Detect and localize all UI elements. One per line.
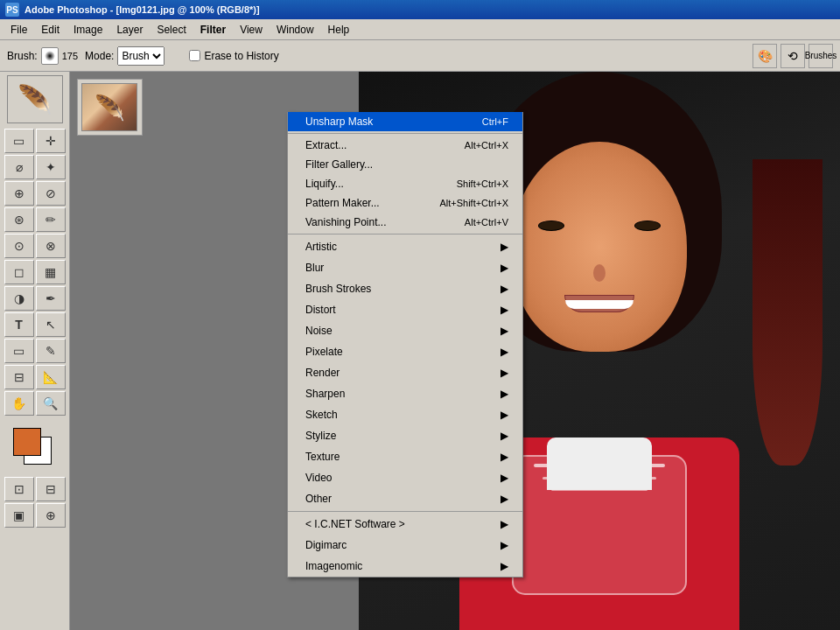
- tool-row-9: ▭ ✎: [4, 339, 66, 363]
- noise-label: Noise: [305, 325, 332, 337]
- filter-vanishing-point[interactable]: Vanishing Point... Alt+Ctrl+V: [288, 213, 522, 232]
- brushes-label: Brushes: [805, 51, 837, 60]
- filter-render[interactable]: Render ▶: [288, 362, 522, 383]
- measure-tool[interactable]: 📐: [36, 365, 66, 389]
- brushes-panel-icon[interactable]: Brushes: [808, 44, 833, 68]
- mouth: [564, 295, 634, 312]
- filter-video[interactable]: Video ▶: [288, 467, 522, 488]
- filter-blur[interactable]: Blur ▶: [288, 257, 522, 278]
- brush-preview[interactable]: [41, 47, 59, 65]
- brush-tool[interactable]: ✏: [36, 207, 66, 232]
- filter-unsharp-mask[interactable]: Unsharp Mask Ctrl+F: [288, 112, 522, 131]
- healing-tool[interactable]: ⊛: [4, 207, 34, 232]
- mode-select[interactable]: Brush: [117, 46, 164, 66]
- filter-pixelate[interactable]: Pixelate ▶: [288, 341, 522, 362]
- extract-label: Extract...: [305, 139, 346, 151]
- filter-distort[interactable]: Distort ▶: [288, 299, 522, 320]
- blur-arrow: ▶: [500, 262, 508, 274]
- sketch-label: Sketch: [305, 409, 338, 421]
- extract-shortcut: Alt+Ctrl+X: [465, 140, 508, 150]
- liquify-shortcut: Shift+Ctrl+X: [457, 178, 508, 189]
- menu-filter[interactable]: Filter: [193, 19, 233, 39]
- pixelate-label: Pixelate: [305, 346, 343, 358]
- eraser-tool[interactable]: ◻: [4, 260, 34, 284]
- history-brush-tool[interactable]: ⊗: [36, 234, 66, 258]
- shape-tool[interactable]: ▭: [4, 339, 34, 363]
- crop-tool[interactable]: ⊕: [4, 181, 34, 206]
- liquify-label: Liquify...: [305, 178, 344, 190]
- gradient-tool[interactable]: ▦: [36, 260, 66, 284]
- jump-to-tool[interactable]: ⊕: [36, 503, 66, 528]
- magic-wand-tool[interactable]: ✦: [36, 155, 66, 179]
- quick-mask-tool[interactable]: ⊡: [4, 477, 34, 501]
- filter-icnet[interactable]: < I.C.NET Software > ▶: [288, 514, 522, 535]
- menu-view[interactable]: View: [233, 19, 270, 39]
- filter-extract[interactable]: Extract... Alt+Ctrl+X: [288, 136, 522, 155]
- history-icon[interactable]: ⟲: [780, 44, 805, 68]
- menu-file[interactable]: File: [4, 19, 34, 39]
- type-tool[interactable]: T: [4, 312, 34, 337]
- filter-brush-strokes[interactable]: Brush Strokes ▶: [288, 278, 522, 299]
- zoom-tool[interactable]: 🔍: [36, 391, 66, 416]
- other-arrow: ▶: [500, 493, 508, 505]
- filter-menu: Unsharp Mask Ctrl+F Extract... Alt+Ctrl+…: [287, 112, 523, 578]
- video-arrow: ▶: [500, 472, 508, 484]
- foreground-color-swatch[interactable]: [13, 428, 41, 456]
- tool-row-1: ▭ ✛: [4, 129, 66, 153]
- erase-option: Erase to History: [189, 50, 278, 62]
- menu-window[interactable]: Window: [270, 19, 321, 39]
- path-selection-tool[interactable]: ↖: [36, 312, 66, 337]
- erase-label: Erase to History: [204, 50, 278, 62]
- white-undershirt: [547, 438, 652, 490]
- filter-gallery[interactable]: Filter Gallery...: [288, 155, 522, 174]
- brush-label: Brush:: [7, 50, 38, 62]
- filter-other[interactable]: Other ▶: [288, 488, 522, 509]
- stylize-arrow: ▶: [500, 430, 508, 442]
- menu-edit[interactable]: Edit: [34, 19, 66, 39]
- tool-row-4: ⊛ ✏: [4, 207, 66, 232]
- slice-tool[interactable]: ⊘: [36, 181, 66, 206]
- erase-checkbox[interactable]: [189, 50, 200, 61]
- pen-tool[interactable]: ✒: [36, 286, 66, 311]
- artistic-label: Artistic: [305, 241, 337, 253]
- filter-artistic[interactable]: Artistic ▶: [288, 236, 522, 257]
- filter-imagenomic[interactable]: Imagenomic ▶: [288, 556, 522, 577]
- marquee-tool[interactable]: ▭: [4, 129, 34, 153]
- menu-image[interactable]: Image: [66, 19, 109, 39]
- texture-arrow: ▶: [500, 451, 508, 463]
- brush-dot: [45, 51, 55, 61]
- filter-liquify[interactable]: Liquify... Shift+Ctrl+X: [288, 174, 522, 193]
- filter-noise[interactable]: Noise ▶: [288, 320, 522, 341]
- tool-row-11: ✋ 🔍: [4, 391, 66, 416]
- filter-sketch[interactable]: Sketch ▶: [288, 404, 522, 425]
- brush-strokes-label: Brush Strokes: [305, 283, 371, 295]
- pixelate-arrow: ▶: [500, 346, 508, 358]
- screen-mode-tool[interactable]: ⊟: [36, 477, 66, 501]
- menu-bar: File Edit Image Layer Select Filter View…: [0, 19, 840, 40]
- palette-icon[interactable]: 🎨: [752, 44, 777, 68]
- imagenomic-label: Imagenomic: [305, 560, 362, 572]
- menu-layer[interactable]: Layer: [109, 19, 150, 39]
- clone-tool[interactable]: ⊙: [4, 234, 34, 258]
- filter-pattern-maker[interactable]: Pattern Maker... Alt+Shift+Ctrl+X: [288, 193, 522, 213]
- filter-sharpen[interactable]: Sharpen ▶: [288, 383, 522, 404]
- move-tool[interactable]: ✛: [36, 129, 66, 153]
- texture-label: Texture: [305, 451, 340, 463]
- thumbnail-panel: 🪶: [77, 79, 143, 136]
- digimarc-arrow: ▶: [500, 539, 508, 551]
- lasso-tool[interactable]: ⌀: [4, 155, 34, 179]
- filter-digimarc[interactable]: Digimarc ▶: [288, 535, 522, 556]
- notes-tool[interactable]: ✎: [36, 339, 66, 363]
- other-label: Other: [305, 493, 332, 505]
- menu-select[interactable]: Select: [150, 19, 192, 39]
- standard-screen-tool[interactable]: ▣: [4, 503, 34, 528]
- vanishing-point-label: Vanishing Point...: [305, 216, 387, 228]
- hand-tool[interactable]: ✋: [4, 391, 34, 416]
- menu-help[interactable]: Help: [321, 19, 357, 39]
- filter-stylize[interactable]: Stylize ▶: [288, 425, 522, 446]
- filter-texture[interactable]: Texture ▶: [288, 446, 522, 467]
- eyedropper-tool[interactable]: ⊟: [4, 365, 34, 389]
- icnet-arrow: ▶: [500, 518, 508, 530]
- eye-right: [634, 220, 661, 231]
- dodge-tool[interactable]: ◑: [4, 286, 34, 311]
